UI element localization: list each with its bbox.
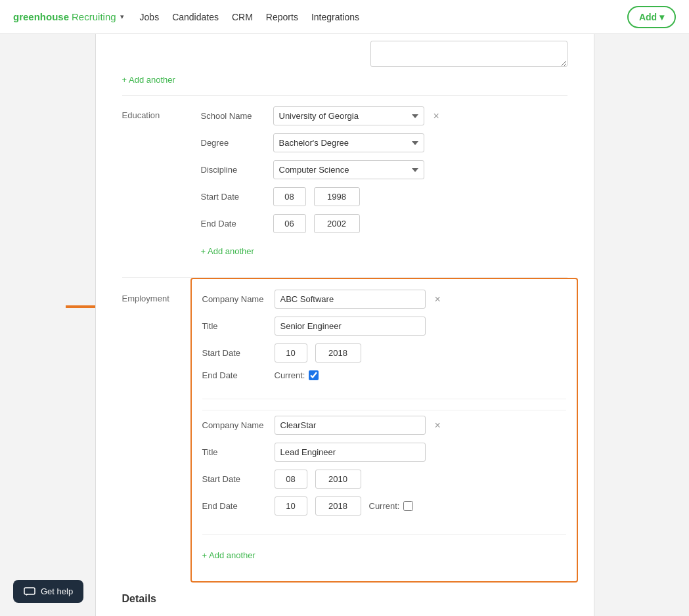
company-name-label-2: Company Name [202,420,275,430]
employment-label: Employment [122,278,201,583]
company-name-input-2[interactable] [275,416,426,435]
company-name-label-1: Company Name [202,294,275,304]
school-name-row: School Name University of Georgia × [201,106,567,125]
emp-start-year-1[interactable] [315,343,361,363]
emp-end-date-label-1: End Date [202,370,275,380]
logo-caret-icon[interactable]: ▾ [120,12,124,21]
emp-start-date-row-1: Start Date [202,343,566,363]
emp-start-date-row-2: Start Date [202,470,566,489]
title-row-1: Title [202,317,566,336]
employment-entry-1: Company Name × Title Start Date [202,290,566,399]
details-section: Details Resume Attach, Dropbox, Google D… [122,583,567,616]
nav-candidates[interactable]: Candidates [172,12,219,22]
emp-end-date-row-1: End Date Current: [202,370,566,380]
resume-row: Resume Attach, Dropbox, Google Drive, Pa… [122,613,567,616]
emp-start-date-label-2: Start Date [202,474,275,484]
title-input-1[interactable] [275,317,426,336]
discipline-row: Discipline Computer Science [201,160,567,179]
edu-end-date-label: End Date [201,219,273,229]
nav-links: Jobs Candidates CRM Reports Integrations [140,12,360,22]
school-name-select[interactable]: University of Georgia [273,106,424,125]
current-checkbox-1[interactable] [309,370,319,380]
logo[interactable]: greenhouse Recruiting ▾ [13,11,124,22]
edu-end-date-row: End Date [201,214,567,233]
emp-end-year-2[interactable] [315,496,361,516]
current-text-1: Current: [275,370,305,380]
details-title: Details [122,593,567,605]
svg-rect-2 [24,588,35,594]
current-checkbox-label-1: Current: [275,370,319,380]
text-area[interactable] [370,41,567,67]
edu-start-date-row: Start Date [201,187,567,206]
employment-divider [202,410,566,410]
main-content: + Add another Education School Name Univ… [0,34,689,616]
company-name-row-1: Company Name × [202,290,566,309]
add-another-employment[interactable]: + Add another [202,550,256,560]
degree-row: Degree Bachelor's Degree [201,133,567,152]
employment-highlighted-box: Company Name × Title Start Date [190,278,578,583]
edu-start-year[interactable] [314,187,360,206]
education-content: School Name University of Georgia × Degr… [201,106,567,267]
remove-education-button[interactable]: × [430,109,443,123]
form-container: + Add another Education School Name Univ… [95,34,594,616]
nav-jobs[interactable]: Jobs [140,12,160,22]
nav-reports[interactable]: Reports [266,12,298,22]
school-name-label: School Name [201,111,273,121]
emp-start-year-2[interactable] [315,470,361,489]
emp-end-date-row-2: End Date Current: [202,496,566,516]
add-button[interactable]: Add ▾ [627,6,676,28]
edu-start-month[interactable] [273,187,306,206]
employment-section-row: Employment Company Name × Title [122,278,567,583]
current-checkbox-2[interactable] [403,501,413,511]
edu-start-date-label: Start Date [201,192,273,202]
emp-end-date-label-2: End Date [202,501,275,511]
emp-start-month-1[interactable] [275,343,307,363]
company-name-row-2: Company Name × [202,416,566,435]
title-input-2[interactable] [275,443,426,462]
navigation-bar: greenhouse Recruiting ▾ Jobs Candidates … [0,0,689,34]
emp-start-date-label-1: Start Date [202,348,275,358]
title-label-2: Title [202,447,275,457]
logo-text: greenhouse [13,11,69,22]
add-another-education[interactable]: + Add another [201,246,254,256]
add-another-top[interactable]: + Add another [122,75,175,85]
education-section: Education School Name University of Geor… [122,96,567,278]
edu-end-month[interactable] [273,214,306,233]
edu-end-year[interactable] [314,214,360,233]
title-row-2: Title [202,443,566,462]
current-checkbox-label-2: Current: [369,501,414,511]
emp-end-month-2[interactable] [275,496,307,516]
top-section: + Add another [122,34,567,96]
discipline-label: Discipline [201,165,273,175]
nav-crm[interactable]: CRM [232,12,253,22]
get-help-button[interactable]: Get help [13,580,83,603]
degree-label: Degree [201,138,273,148]
emp-start-month-2[interactable] [275,470,307,489]
discipline-select[interactable]: Computer Science [273,160,424,179]
employment-entry-2: Company Name × Title Start Date [202,416,566,535]
company-name-input-1[interactable] [275,290,426,309]
nav-integrations[interactable]: Integrations [311,12,359,22]
education-label: Education [122,106,201,267]
logo-recruit: Recruiting [72,11,116,22]
chat-icon [24,587,35,596]
title-label-1: Title [202,321,275,331]
get-help-label: Get help [41,586,73,596]
degree-select[interactable]: Bachelor's Degree [273,133,424,152]
remove-employment-2-button[interactable]: × [431,418,445,433]
current-text-2: Current: [369,501,400,511]
employment-content: Company Name × Title Start Date [201,278,567,583]
remove-employment-1-button[interactable]: × [431,292,445,307]
